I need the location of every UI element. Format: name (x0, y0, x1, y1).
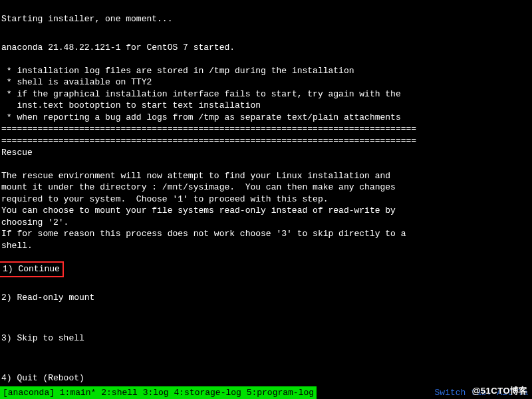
boot-bullet-1: * installation log files are stored in /… (1, 66, 354, 76)
separator-line: ========================================… (1, 124, 416, 134)
status-tabs[interactable]: [anaconda] 1:main* 2:shell 3:log 4:stora… (0, 386, 317, 399)
boot-banner: anaconda 21.48.22.121-1 for CentOS 7 sta… (1, 43, 235, 53)
status-bar: [anaconda] 1:main* 2:shell 3:log 4:stora… (0, 387, 532, 399)
menu-option-skip[interactable]: 3) Skip to shell (1, 333, 84, 343)
menu-option-quit[interactable]: 4) Quit (Reboot) (1, 373, 84, 383)
watermark: @51CTO博客 (472, 385, 528, 397)
rescue-body-3: If for some reason this process does not… (1, 229, 406, 251)
menu-option-readonly[interactable]: 2) Read-only mount (1, 293, 94, 303)
boot-starting: Starting installer, one moment... (1, 14, 172, 24)
menu-option-continue[interactable]: 1) Continue (0, 261, 64, 277)
boot-bullet-3: * if the graphical installation interfac… (1, 89, 401, 111)
rescue-body-1: The rescue environment will now attempt … (1, 171, 396, 204)
terminal-output: Starting installer, one moment... anacon… (0, 0, 532, 399)
rescue-body-2: You can choose to mount your file system… (1, 205, 396, 227)
separator-line: ========================================… (1, 136, 416, 146)
boot-bullet-2: * shell is available on TTY2 (1, 77, 152, 87)
rescue-title: Rescue (1, 148, 33, 158)
boot-bullet-4: * when reporting a bug add logs from /tm… (1, 112, 401, 122)
